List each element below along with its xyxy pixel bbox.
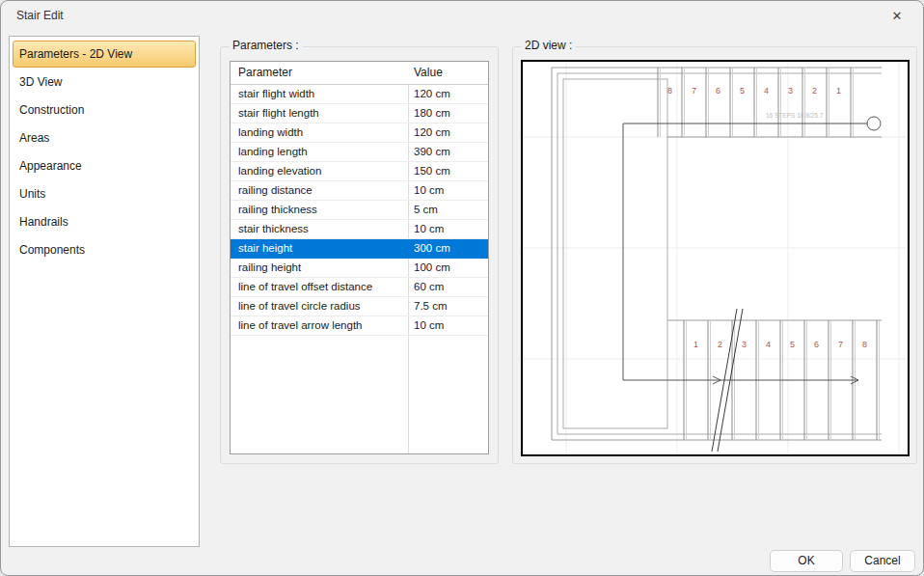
sidebar-item[interactable]: 3D View <box>13 69 196 96</box>
value-cell[interactable]: 150 cm <box>408 162 488 180</box>
step-number: 8 <box>862 340 867 349</box>
step-number: 2 <box>718 340 722 349</box>
value-cell[interactable]: 120 cm <box>408 85 488 103</box>
titlebar[interactable]: Stair Edit ✕ <box>1 1 923 30</box>
value-cell[interactable]: 390 cm <box>408 143 488 161</box>
parameter-cell[interactable]: stair height <box>231 239 408 258</box>
sidebar-list: Parameters - 2D View3D ViewConstructionA… <box>9 36 200 547</box>
step-number: 4 <box>766 340 771 349</box>
parameter-cell[interactable]: line of travel circle radius <box>231 297 408 315</box>
parameter-cell[interactable]: landing length <box>231 143 408 161</box>
value-cell[interactable]: 100 cm <box>408 259 488 277</box>
table-row[interactable]: landing width120 cm <box>231 123 488 143</box>
step-number: 3 <box>742 340 747 349</box>
step-number: 5 <box>790 340 795 349</box>
step-number: 7 <box>838 340 843 349</box>
table-row[interactable]: stair flight length180 cm <box>231 104 488 123</box>
table-row[interactable]: landing length390 cm <box>231 143 488 162</box>
step-number: 5 <box>740 86 745 96</box>
table-row[interactable]: stair flight width120 cm <box>231 85 488 104</box>
parameters-table: Parameter Value stair flight width120 cm… <box>230 61 489 454</box>
sidebar-item[interactable]: Appearance <box>13 152 196 179</box>
value-cell[interactable]: 5 cm <box>408 201 488 219</box>
close-icon[interactable]: ✕ <box>883 4 911 27</box>
step-number: 4 <box>764 86 769 96</box>
param-table-body: stair flight width120 cmstair flight len… <box>231 85 488 336</box>
stair-plan-svg[interactable]: 876543211234567816 STEPS 18.8/25.7 <box>523 62 908 454</box>
table-row[interactable]: railing thickness5 cm <box>231 201 488 220</box>
step-number: 3 <box>788 86 793 96</box>
table-row[interactable]: line of travel offset distance60 cm <box>231 278 488 297</box>
table-row[interactable]: line of travel circle radius7.5 cm <box>231 297 488 316</box>
parameter-cell[interactable]: railing distance <box>231 181 408 200</box>
parameter-cell[interactable]: landing width <box>231 123 408 142</box>
value-cell[interactable]: 10 cm <box>408 181 488 200</box>
value-cell[interactable]: 7.5 cm <box>408 297 488 315</box>
value-cell[interactable]: 10 cm <box>408 220 488 238</box>
table-row[interactable]: landing elevation150 cm <box>231 162 488 181</box>
step-number: 1 <box>693 340 698 349</box>
view-group-label: 2D view : <box>521 39 576 52</box>
step-number: 1 <box>836 86 841 96</box>
parameter-cell[interactable]: line of travel offset distance <box>231 278 408 296</box>
table-header: Parameter Value <box>231 62 488 85</box>
table-row[interactable]: line of travel arrow length10 cm <box>231 316 488 336</box>
stair-edit-dialog: Stair Edit ✕ Parameters - 2D View3D View… <box>0 0 924 576</box>
sidebar-item[interactable]: Parameters - 2D View <box>13 41 196 68</box>
cancel-button[interactable]: Cancel <box>850 550 915 572</box>
sidebar-item[interactable]: Areas <box>13 124 196 151</box>
step-number: 8 <box>667 86 672 96</box>
table-row[interactable]: railing distance10 cm <box>231 181 488 201</box>
ok-button[interactable]: OK <box>770 550 843 572</box>
sidebar-item[interactable]: Construction <box>13 96 196 123</box>
table-row[interactable]: railing height100 cm <box>231 259 488 278</box>
parameter-cell[interactable]: railing thickness <box>231 201 408 219</box>
value-cell[interactable]: 120 cm <box>408 123 488 142</box>
value-cell[interactable]: 60 cm <box>408 278 488 296</box>
parameter-cell[interactable]: stair flight length <box>231 104 408 123</box>
parameters-group-label: Parameters : <box>229 39 303 52</box>
sidebar-item[interactable]: Components <box>13 236 196 263</box>
step-number: 7 <box>692 86 696 96</box>
step-number: 6 <box>716 86 720 96</box>
parameter-cell[interactable]: stair thickness <box>231 220 408 238</box>
sidebar-item[interactable]: Units <box>13 180 196 207</box>
steps-annotation: 16 STEPS 18.8/25.7 <box>766 112 824 119</box>
view-group: 2D view : 876543211234567816 STEPS 18.8/… <box>512 46 917 464</box>
parameters-group: Parameters : Parameter Value stair fligh… <box>220 46 499 464</box>
table-row[interactable]: stair height300 cm <box>231 239 488 259</box>
plan-drawing-area[interactable]: 876543211234567816 STEPS 18.8/25.7 <box>521 60 910 456</box>
table-row[interactable]: stair thickness10 cm <box>231 220 488 239</box>
step-number: 6 <box>814 340 819 349</box>
sidebar-item[interactable]: Handrails <box>13 208 196 235</box>
parameter-cell[interactable]: stair flight width <box>231 85 408 103</box>
value-cell[interactable]: 10 cm <box>408 316 488 335</box>
parameter-cell[interactable]: landing elevation <box>231 162 408 180</box>
value-cell[interactable]: 300 cm <box>408 239 488 258</box>
column-header-value[interactable]: Value <box>408 62 488 84</box>
parameter-cell[interactable]: line of travel arrow length <box>231 316 408 335</box>
parameter-cell[interactable]: railing height <box>231 259 408 277</box>
window-title: Stair Edit <box>16 9 64 22</box>
value-cell[interactable]: 180 cm <box>408 104 488 123</box>
step-number: 2 <box>812 86 817 96</box>
column-header-parameter[interactable]: Parameter <box>231 62 408 84</box>
